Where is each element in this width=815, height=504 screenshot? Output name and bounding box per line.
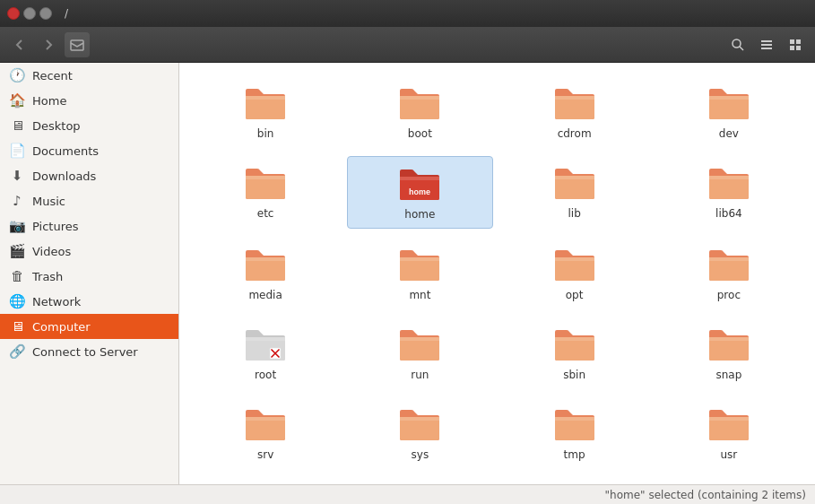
- file-item[interactable]: proc: [656, 238, 802, 308]
- sidebar-item-videos[interactable]: 🎬 Videos: [0, 239, 178, 264]
- status-text: "home" selected (containing 2 items): [605, 489, 806, 501]
- sidebar-item-downloads[interactable]: ⬇ Downloads: [0, 163, 178, 188]
- file-item[interactable]: cdrom: [502, 76, 647, 147]
- sidebar-item-connect[interactable]: 🔗 Connect to Server: [0, 339, 178, 364]
- svg-rect-9: [796, 46, 801, 50]
- file-item[interactable]: var: [193, 477, 338, 484]
- file-icon: [553, 163, 596, 204]
- sidebar-item-music[interactable]: ♪ Music: [0, 188, 178, 213]
- location-button[interactable]: [65, 32, 90, 57]
- grid-view-button[interactable]: [783, 32, 808, 57]
- file-item[interactable]: opt: [502, 238, 647, 308]
- file-label: etc: [257, 207, 274, 220]
- list-view-icon: [759, 38, 774, 52]
- file-label: mnt: [409, 289, 430, 301]
- file-icon: [398, 325, 441, 365]
- sidebar-label-trash: Trash: [32, 270, 63, 283]
- file-icon: [398, 83, 441, 124]
- window-title: /: [65, 7, 68, 20]
- sidebar-label-network: Network: [32, 295, 81, 308]
- svg-rect-6: [790, 39, 794, 44]
- file-item[interactable]: 10 101 1010 vmlinuz: [656, 477, 802, 484]
- back-button[interactable]: [7, 32, 32, 57]
- file-icon: [244, 245, 287, 285]
- file-icon: [553, 83, 596, 124]
- svg-text:home: home: [409, 187, 430, 196]
- file-item[interactable]: root: [193, 317, 338, 388]
- file-label: tmp: [564, 448, 585, 461]
- file-item[interactable]: run: [347, 317, 492, 388]
- file-item[interactable]: initrd.img: [347, 477, 492, 484]
- sidebar-item-recent[interactable]: 🕐 Recent: [0, 63, 178, 88]
- sidebar-label-recent: Recent: [32, 69, 73, 83]
- maximize-button[interactable]: [39, 7, 52, 20]
- sidebar-label-pictures: Pictures: [32, 220, 78, 233]
- file-icon: [707, 163, 750, 204]
- forward-button[interactable]: [36, 32, 61, 57]
- pictures-icon: 📷: [9, 218, 25, 234]
- file-item[interactable]: sbin: [502, 317, 647, 388]
- file-icon: [553, 245, 596, 285]
- file-label: bin: [257, 127, 274, 140]
- sidebar-item-computer[interactable]: 🖥 Computer: [0, 314, 178, 339]
- file-label: root: [255, 369, 276, 381]
- main-area: 🕐 Recent 🏠 Home 🖥 Desktop 📄 Documents ⬇ …: [0, 63, 815, 484]
- svg-point-1: [733, 39, 741, 48]
- file-item[interactable]: initrd.img.old: [502, 477, 647, 484]
- file-label: boot: [408, 127, 432, 140]
- file-label: media: [248, 289, 282, 301]
- sidebar-item-documents[interactable]: 📄 Documents: [0, 138, 178, 163]
- svg-rect-0: [71, 40, 83, 50]
- computer-icon: 🖥: [9, 318, 25, 335]
- file-item[interactable]: media: [193, 238, 338, 308]
- file-label: proc: [717, 289, 741, 301]
- file-icon: [707, 245, 750, 285]
- back-icon: [13, 39, 26, 51]
- file-item[interactable]: srv: [193, 397, 338, 468]
- videos-icon: 🎬: [9, 243, 25, 259]
- file-icon: [553, 404, 596, 445]
- file-icon: [707, 404, 750, 445]
- sidebar-item-network[interactable]: 🌐 Network: [0, 289, 178, 314]
- location-icon: [70, 38, 84, 52]
- file-item[interactable]: boot: [347, 76, 492, 147]
- file-label: home: [404, 208, 435, 221]
- file-area[interactable]: bin boot cdrom dev etc home: [179, 63, 815, 484]
- sidebar: 🕐 Recent 🏠 Home 🖥 Desktop 📄 Documents ⬇ …: [0, 63, 179, 484]
- file-item[interactable]: mnt: [347, 238, 492, 308]
- file-item[interactable]: lib64: [656, 156, 802, 229]
- file-item[interactable]: dev: [656, 76, 802, 147]
- toolbar: [0, 27, 815, 63]
- file-label: lib: [568, 207, 580, 220]
- svg-rect-8: [790, 46, 794, 50]
- sidebar-label-music: Music: [32, 195, 65, 208]
- sidebar-item-pictures[interactable]: 📷 Pictures: [0, 213, 178, 239]
- file-label: run: [411, 369, 429, 381]
- file-item[interactable]: sys: [347, 397, 492, 468]
- statusbar: "home" selected (containing 2 items): [0, 484, 815, 504]
- minimize-button[interactable]: [23, 7, 36, 20]
- home-icon: 🏠: [9, 92, 25, 109]
- svg-rect-5: [761, 48, 772, 49]
- file-item[interactable]: home home: [347, 156, 492, 229]
- list-view-button[interactable]: [754, 32, 779, 57]
- titlebar: /: [0, 0, 815, 27]
- close-button[interactable]: [7, 7, 20, 20]
- file-item[interactable]: etc: [193, 156, 338, 229]
- search-button[interactable]: [725, 32, 750, 57]
- sidebar-item-home[interactable]: 🏠 Home: [0, 88, 178, 113]
- svg-rect-3: [761, 40, 772, 42]
- file-item[interactable]: snap: [656, 317, 802, 388]
- file-item[interactable]: lib: [502, 156, 647, 229]
- file-item[interactable]: bin: [193, 76, 338, 147]
- file-icon: [244, 325, 287, 365]
- sidebar-item-desktop[interactable]: 🖥 Desktop: [0, 113, 178, 138]
- desktop-icon: 🖥: [9, 117, 25, 134]
- file-icon: [244, 83, 287, 124]
- file-item[interactable]: tmp: [502, 397, 647, 468]
- sidebar-label-documents: Documents: [32, 144, 99, 158]
- svg-line-2: [740, 47, 743, 50]
- file-icon: [707, 325, 750, 365]
- sidebar-item-trash[interactable]: 🗑 Trash: [0, 264, 178, 289]
- file-item[interactable]: usr: [656, 397, 802, 468]
